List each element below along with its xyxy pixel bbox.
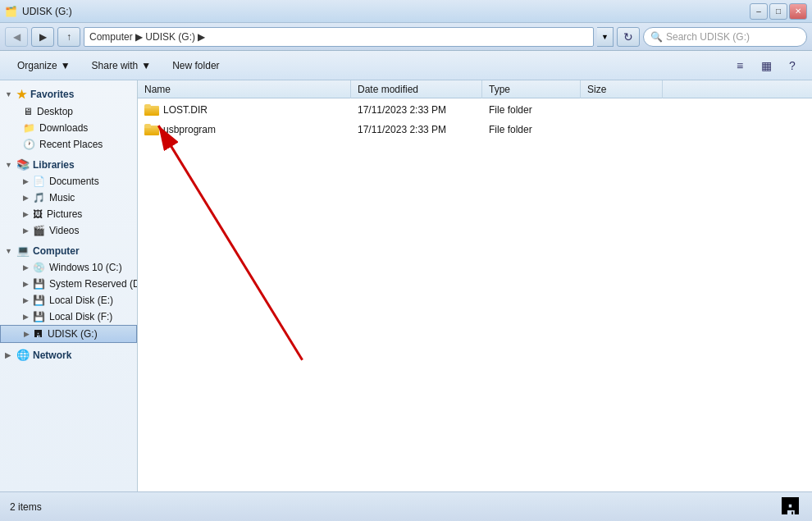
column-header: Name Date modified Type Size <box>138 80 812 98</box>
pictures-icon: 🖼 <box>33 208 43 220</box>
libraries-label: Libraries <box>33 159 75 171</box>
windows-c-expand-icon: ▶ <box>23 263 29 272</box>
share-with-label: Share with <box>92 60 139 71</box>
pictures-label: Pictures <box>47 208 82 220</box>
status-item-count: 2 items <box>10 501 42 513</box>
videos-icon: 🎬 <box>33 225 45 236</box>
sidebar-item-music[interactable]: ▶ 🎵 Music <box>0 190 137 206</box>
favorites-star-icon: ★ <box>16 88 27 101</box>
libraries-expand-icon: ▼ <box>5 161 13 169</box>
recent-places-icon: 🕐 <box>23 139 35 150</box>
file-date: 17/11/2023 2:33 PM <box>358 104 446 116</box>
videos-expand-icon: ▶ <box>23 226 29 235</box>
file-size-cell <box>581 100 663 120</box>
sidebar-item-system-reserved-d[interactable]: ▶ 💾 System Reserved (D: <box>0 276 137 292</box>
local-e-label: Local Disk (E:) <box>49 295 113 306</box>
sidebar-item-documents[interactable]: ▶ 📄 Documents <box>0 173 137 190</box>
refresh-button[interactable]: ↻ <box>617 27 640 47</box>
music-expand-icon: ▶ <box>23 194 29 202</box>
libraries-icon: 📚 <box>16 158 30 171</box>
new-folder-button[interactable]: New folder <box>163 54 228 77</box>
close-button[interactable]: ✕ <box>789 3 807 20</box>
system-d-expand-icon: ▶ <box>23 280 29 288</box>
file-row[interactable]: usbprogram 17/11/2023 2:33 PM File folde… <box>138 120 812 139</box>
file-list: LOST.DIR 17/11/2023 2:33 PM File folder … <box>138 98 812 491</box>
maximize-button[interactable]: □ <box>769 3 787 20</box>
windows-c-icon: 💿 <box>33 262 45 273</box>
column-size-label: Size <box>587 84 606 95</box>
help-button[interactable]: ? <box>781 54 804 77</box>
sidebar-item-local-disk-e[interactable]: ▶ 💾 Local Disk (E:) <box>0 292 137 308</box>
file-size-cell <box>581 120 663 139</box>
sidebar-item-udisk-g[interactable]: ▶ 🖪 UDISK (G:) <box>0 325 137 343</box>
sidebar-item-pictures[interactable]: ▶ 🖼 Pictures <box>0 206 137 222</box>
search-box[interactable]: 🔍 Search UDISK (G:) <box>643 27 807 47</box>
folder-icon <box>144 124 159 135</box>
sidebar-item-videos[interactable]: ▶ 🎬 Videos <box>0 222 137 239</box>
favorites-header[interactable]: ▼ ★ Favorites <box>0 85 137 103</box>
organize-button[interactable]: Organize ▼ <box>8 54 80 77</box>
network-header[interactable]: ▶ 🌐 Network <box>0 346 137 363</box>
file-name: usbprogram <box>163 124 216 135</box>
computer-section: ▼ 💻 Computer ▶ 💿 Windows 10 (C:) ▶ 💾 Sys… <box>0 242 137 343</box>
network-icon: 🌐 <box>16 349 30 361</box>
title-bar-icon: 🗂️ <box>5 6 17 17</box>
main-content: ▼ ★ Favorites 🖥 Desktop 📁 Downloads 🕐 Re… <box>0 80 812 491</box>
documents-expand-icon: ▶ <box>23 177 29 185</box>
downloads-label: Downloads <box>39 122 88 134</box>
libraries-section: ▼ 📚 Libraries ▶ 📄 Documents ▶ 🎵 Music ▶ … <box>0 156 137 239</box>
organize-label: Organize <box>17 60 57 71</box>
favorites-label: Favorites <box>30 89 74 100</box>
address-path[interactable]: Computer ▶ UDISK (G:) ▶ <box>84 27 594 47</box>
sidebar-item-downloads[interactable]: 📁 Downloads <box>0 120 137 136</box>
sidebar-item-recent-places[interactable]: 🕐 Recent Places <box>0 136 137 153</box>
sidebar-item-windows-c[interactable]: ▶ 💿 Windows 10 (C:) <box>0 259 137 276</box>
column-date-label: Date modified <box>358 84 418 95</box>
udisk-icon: 🖪 <box>34 328 43 340</box>
forward-button[interactable]: ▶ <box>31 27 54 47</box>
column-type-header[interactable]: Type <box>482 80 581 98</box>
search-placeholder: Search UDISK (G:) <box>666 31 750 43</box>
column-size-header[interactable]: Size <box>581 80 663 98</box>
breadcrumb: Computer ▶ UDISK (G:) ▶ <box>89 31 205 43</box>
file-type-cell: File folder <box>482 100 581 120</box>
search-icon: 🔍 <box>650 31 663 43</box>
column-date-header[interactable]: Date modified <box>351 80 482 98</box>
file-area: Name Date modified Type Size LOST.DIR 17… <box>138 80 812 491</box>
column-name-label: Name <box>144 84 171 95</box>
local-f-icon: 💾 <box>33 311 45 322</box>
sidebar-item-local-disk-f[interactable]: ▶ 💾 Local Disk (F:) <box>0 308 137 325</box>
file-date-cell: 17/11/2023 2:33 PM <box>351 100 482 120</box>
computer-icon: 💻 <box>16 245 30 257</box>
up-button[interactable]: ↑ <box>57 27 80 47</box>
address-bar: ◀ ▶ ↑ Computer ▶ UDISK (G:) ▶ ▼ ↻ 🔍 Sear… <box>0 23 812 51</box>
back-button[interactable]: ◀ <box>5 27 28 47</box>
organize-dropdown-icon: ▼ <box>61 60 71 71</box>
system-d-label: System Reserved (D: <box>49 278 137 290</box>
minimize-button[interactable]: – <box>750 3 768 20</box>
title-bar-title: UDISK (G:) <box>22 6 72 17</box>
file-row[interactable]: LOST.DIR 17/11/2023 2:33 PM File folder <box>138 100 812 120</box>
local-f-label: Local Disk (F:) <box>49 311 112 322</box>
network-expand-icon: ▶ <box>5 351 13 359</box>
udisk-expand-icon: ▶ <box>24 330 30 338</box>
title-bar: 🗂️ UDISK (G:) – □ ✕ <box>0 0 812 23</box>
pictures-expand-icon: ▶ <box>23 210 29 218</box>
sidebar: ▼ ★ Favorites 🖥 Desktop 📁 Downloads 🕐 Re… <box>0 80 138 491</box>
computer-header[interactable]: ▼ 💻 Computer <box>0 242 137 259</box>
local-e-icon: 💾 <box>33 295 45 306</box>
computer-label: Computer <box>33 245 80 257</box>
view-tiles-button[interactable]: ▦ <box>755 54 778 77</box>
sidebar-item-desktop[interactable]: 🖥 Desktop <box>0 103 137 120</box>
address-dropdown-button[interactable]: ▼ <box>597 27 614 47</box>
column-name-header[interactable]: Name <box>138 80 351 98</box>
windows-c-label: Windows 10 (C:) <box>49 262 122 273</box>
new-folder-label: New folder <box>172 60 219 71</box>
libraries-header[interactable]: ▼ 📚 Libraries <box>0 156 137 173</box>
view-details-button[interactable]: ≡ <box>728 54 751 77</box>
file-name-cell: LOST.DIR <box>138 100 351 120</box>
drive-icon: 🖪 <box>779 493 802 520</box>
documents-icon: 📄 <box>33 176 45 187</box>
share-with-button[interactable]: Share with ▼ <box>83 54 161 77</box>
title-bar-controls: – □ ✕ <box>750 3 807 20</box>
